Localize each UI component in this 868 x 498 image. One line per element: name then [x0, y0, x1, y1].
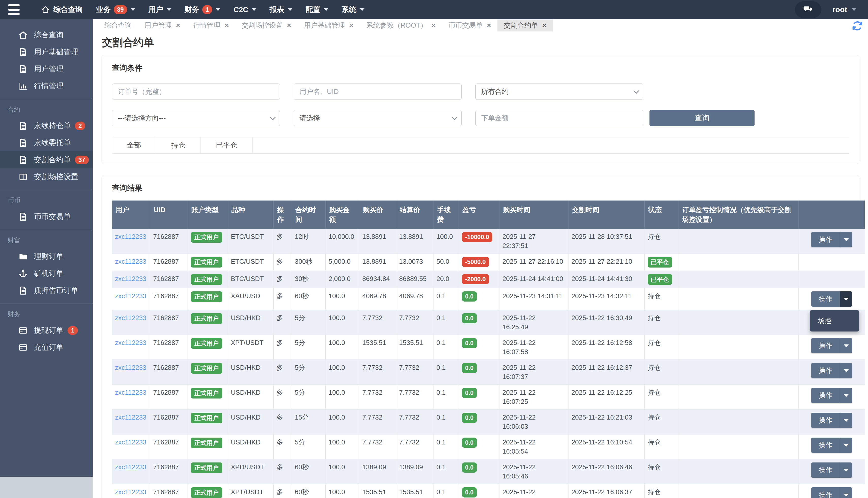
action-dropdown-toggle[interactable] [840, 487, 852, 498]
pnl-badge: 0.0 [462, 363, 477, 373]
menu-toggle-icon[interactable] [0, 0, 28, 19]
close-icon[interactable]: × [431, 22, 436, 29]
nav-item-用户[interactable]: 用户 [142, 0, 178, 19]
sidebar-item-综合查询[interactable]: 综合查询 [0, 26, 93, 43]
action-button-group: 操作 [811, 363, 852, 378]
action-dropdown-toggle[interactable] [840, 437, 852, 453]
contract-select[interactable]: 所有合约 [475, 83, 643, 100]
sidebar-item-交割场控设置[interactable]: 交割场控设置 [0, 168, 93, 185]
sidebar-item-永续委托单[interactable]: 永续委托单 [0, 134, 93, 151]
cell-amount: 100.0 [325, 335, 359, 360]
user-link[interactable]: zxc112233 [115, 364, 146, 371]
filter-tab-已平仓[interactable]: 已平仓 [201, 137, 252, 153]
cell-fee: 0.1 [433, 335, 459, 360]
user-menu[interactable]: root [832, 5, 856, 14]
user-link[interactable]: zxc112233 [115, 389, 146, 396]
sidebar-item-质押借币订单[interactable]: 质押借币订单 [0, 282, 93, 299]
filter-tab-持仓[interactable]: 持仓 [156, 137, 201, 153]
user-link[interactable]: zxc112233 [115, 258, 146, 265]
nav-item-综合查询[interactable]: 综合查询 [35, 0, 89, 19]
sidebar-item-矿机订单[interactable]: 矿机订单 [0, 265, 93, 282]
user-link[interactable]: zxc112233 [115, 292, 146, 300]
close-icon[interactable]: × [487, 22, 491, 29]
action-dropdown-toggle[interactable] [840, 388, 852, 403]
tab-交割场控设置[interactable]: 交割场控设置× [235, 19, 298, 31]
tab-行情管理[interactable]: 行情管理× [187, 19, 236, 31]
close-icon[interactable]: × [176, 22, 181, 29]
chevron-down-icon [252, 8, 257, 11]
sidebar-item-交割合约单[interactable]: 交割合约单37 [0, 151, 93, 168]
close-icon[interactable]: × [287, 22, 291, 29]
user-link[interactable]: zxc112233 [115, 275, 146, 283]
nav-item-C2C[interactable]: C2C [227, 0, 263, 19]
action-dropdown-toggle[interactable] [840, 462, 852, 478]
nav-item-业务[interactable]: 业务39 [89, 0, 142, 19]
search-button[interactable]: 查询 [649, 110, 754, 126]
menu-item-场控[interactable]: 场控 [818, 316, 859, 325]
user-link[interactable]: zxc112233 [115, 463, 146, 471]
cell-status: 持仓 [644, 335, 678, 360]
action-dropdown-toggle[interactable] [840, 338, 852, 353]
action-dropdown-toggle[interactable] [840, 363, 852, 378]
close-icon[interactable]: × [542, 22, 547, 29]
action-button[interactable]: 操作 [811, 462, 840, 478]
user-link[interactable]: zxc112233 [115, 314, 146, 322]
tab-用户基础管理[interactable]: 用户基础管理× [298, 19, 360, 31]
refresh-icon[interactable] [851, 20, 864, 31]
action-dropdown-toggle[interactable] [840, 232, 852, 247]
tab-交割合约单[interactable]: 交割合约单× [498, 19, 553, 31]
action-button[interactable]: 操作 [811, 437, 840, 453]
close-icon[interactable]: × [225, 22, 229, 29]
table-row: zxc1122337162887正式用户XPT/USDT多5分100.01535… [112, 335, 865, 360]
cell-actions: 操作 [799, 384, 865, 409]
direction-select[interactable]: ---请选择方向--- [112, 110, 280, 126]
sidebar-item-理财订单[interactable]: 理财订单 [0, 248, 93, 265]
tab-系统参数（ROOT）[interactable]: 系统参数（ROOT）× [360, 19, 442, 31]
action-dropdown-toggle[interactable] [840, 413, 852, 428]
sidebar-item-提现订单[interactable]: 提现订单1 [0, 322, 93, 339]
sidebar-item-用户管理[interactable]: 用户管理 [0, 61, 93, 77]
sidebar-item-永续持仓单[interactable]: 永续持仓单2 [0, 117, 93, 134]
cell-amount: 100.0 [325, 288, 359, 310]
cell-settle_time: 2025-11-22 16:12:37 [568, 360, 644, 384]
account-type-badge: 正式用户 [191, 313, 222, 324]
filter-tab-全部[interactable]: 全部 [112, 137, 156, 153]
action-button[interactable]: 操作 [811, 338, 840, 353]
cell-status: 持仓 [644, 434, 678, 459]
action-button[interactable]: 操作 [811, 363, 840, 378]
sidebar-item-行情管理[interactable]: 行情管理 [0, 77, 93, 94]
action-dropdown-toggle[interactable] [840, 291, 852, 306]
user-link[interactable]: zxc112233 [115, 414, 146, 421]
action-button[interactable]: 操作 [811, 291, 840, 306]
nav-item-财务[interactable]: 财务1 [178, 0, 227, 19]
user-link[interactable]: zxc112233 [115, 339, 146, 346]
tab-综合查询[interactable]: 综合查询 [98, 19, 138, 31]
order-no-input[interactable] [112, 83, 280, 100]
cell-duration: 5分 [292, 384, 325, 409]
user-link[interactable]: zxc112233 [115, 233, 146, 240]
sidebar-item-币币交易单[interactable]: 币币交易单 [0, 208, 93, 225]
status-select[interactable]: 请选择 [294, 110, 462, 126]
close-icon[interactable]: × [349, 22, 354, 29]
nav-item-配置[interactable]: 配置 [299, 0, 335, 19]
col-header-fee: 手续费 [433, 200, 459, 229]
action-button[interactable]: 操作 [811, 232, 840, 247]
chat-button[interactable] [795, 1, 821, 18]
user-uid-input[interactable] [294, 83, 462, 100]
tab-用户管理[interactable]: 用户管理× [138, 19, 187, 31]
sidebar-item-用户基础管理[interactable]: 用户基础管理 [0, 43, 93, 61]
notification-badge: 39 [114, 5, 127, 14]
sidebar-item-充值订单[interactable]: 充值订单 [0, 339, 93, 356]
nav-item-系统[interactable]: 系统 [335, 0, 371, 19]
user-link[interactable]: zxc112233 [115, 488, 146, 496]
cell-direction: 多 [273, 310, 292, 335]
action-button[interactable]: 操作 [811, 413, 840, 428]
nav-item-报表[interactable]: 报表 [263, 0, 299, 19]
tab-币币交易单[interactable]: 币币交易单× [442, 19, 498, 31]
action-button[interactable]: 操作 [811, 388, 840, 403]
action-button[interactable]: 操作 [811, 487, 840, 498]
cell-symbol: USD/HKD [228, 310, 273, 335]
nav-item-label: 业务 [96, 4, 111, 15]
amount-input[interactable] [475, 110, 643, 126]
user-link[interactable]: zxc112233 [115, 438, 146, 446]
